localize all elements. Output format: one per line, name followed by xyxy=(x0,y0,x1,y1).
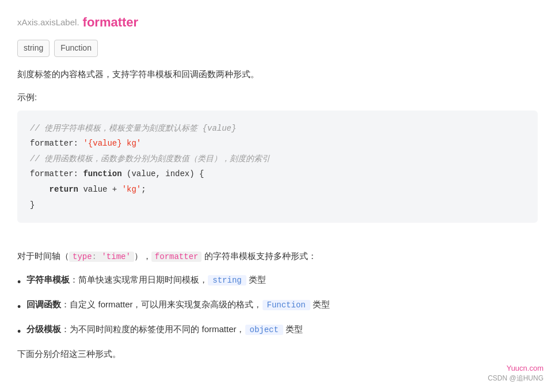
example-label: 示例: xyxy=(17,90,538,105)
list-text-2: 自定义 formatter，可以用来实现复杂高级的格式， xyxy=(70,299,262,309)
bullet-dot-2: • xyxy=(17,298,21,316)
list-label-2: 回调函数 xyxy=(26,299,61,309)
code-string-2: 'kg' xyxy=(122,185,142,194)
list-colon-2: ： xyxy=(61,299,70,309)
title-line: xAxis.axisLabel. formatter xyxy=(17,12,538,33)
list-colon-3: ： xyxy=(61,324,70,334)
title-main: formatter xyxy=(83,12,139,33)
list-item-1-content: 字符串模板：简单快速实现常用日期时间模板，string 类型 xyxy=(26,272,266,288)
list-type-1: 类型 xyxy=(246,275,266,284)
bullet-dot-3: • xyxy=(17,323,21,341)
section2-type-code: type: 'time' xyxy=(69,252,134,262)
section2-after: 的字符串模板支持多种形式： xyxy=(202,251,316,261)
code-semicolon: ; xyxy=(141,185,146,194)
list-item-2-content: 回调函数：自定义 formatter，可以用来实现复杂高级的格式，Functio… xyxy=(26,297,330,313)
code-line-5: return value + 'kg'; xyxy=(30,182,525,197)
section2-text: 对于时间轴（type: 'time'），formatter 的字符串模板支持多种… xyxy=(17,248,538,264)
badge-string-2: string xyxy=(208,275,246,286)
list-text-1: 简单快速实现常用日期时间模板， xyxy=(78,275,208,284)
list-item-tiered: • 分级模板：为不同时间粒度的标签使用不同的 formatter，object … xyxy=(17,322,538,341)
title-path: xAxis.axisLabel. xyxy=(17,15,79,30)
bullet-dot-1: • xyxy=(17,273,21,291)
code-formatter-2: formatter: xyxy=(30,169,83,178)
badge-object: object xyxy=(245,325,283,335)
code-return-val: value + xyxy=(78,185,122,194)
list-text-3: 为不同时间粒度的标签使用不同的 formatter， xyxy=(70,324,245,334)
code-keyword-return: return xyxy=(50,185,78,194)
code-line-3: // 使用函数模板，函数参数分别为刻度数值（类目），刻度的索引 xyxy=(30,151,525,167)
code-comment-2: // 使用函数模板，函数参数分别为刻度数值（类目），刻度的索引 xyxy=(30,154,270,163)
code-line-6: } xyxy=(30,197,525,213)
code-params: (value, index) { xyxy=(122,169,204,178)
code-line-1: // 使用字符串模板，模板变量为刻度默认标签 {value} xyxy=(30,121,525,136)
badges-container: string Function xyxy=(17,40,538,57)
list-type-3: 类型 xyxy=(283,324,303,334)
list-item-string-template: • 字符串模板：简单快速实现常用日期时间模板，string 类型 xyxy=(17,272,538,291)
bottom-text: 下面分别介绍这三种形式。 xyxy=(17,346,538,361)
code-line-2: formatter: '{value} kg' xyxy=(30,136,525,151)
badge-function-2: Function xyxy=(263,300,310,310)
code-indent-1 xyxy=(30,185,50,194)
divider-space xyxy=(17,234,538,248)
code-formatter-1: formatter: xyxy=(30,139,83,148)
description-text: 刻度标签的内容格式器，支持字符串模板和回调函数两种形式。 xyxy=(17,66,538,82)
section2-formatter-code: formatter xyxy=(151,252,202,262)
code-string-1: '{value} kg' xyxy=(83,139,141,148)
list-type-2: 类型 xyxy=(310,299,330,309)
bullet-list: • 字符串模板：简单快速实现常用日期时间模板，string 类型 • 回调函数：… xyxy=(17,272,538,340)
list-label-3: 分级模板 xyxy=(26,324,61,334)
section2-middle: ）， xyxy=(134,251,151,261)
code-comment-1: // 使用字符串模板，模板变量为刻度默认标签 {value} xyxy=(30,124,236,133)
badge-function: Function xyxy=(54,40,98,57)
list-item-3-content: 分级模板：为不同时间粒度的标签使用不同的 formatter，object 类型 xyxy=(26,322,303,337)
code-close-brace: } xyxy=(30,200,35,210)
code-line-4: formatter: function (value, index) { xyxy=(30,166,525,182)
list-item-callback: • 回调函数：自定义 formatter，可以用来实现复杂高级的格式，Funct… xyxy=(17,297,538,316)
watermark: Yuucn.com xyxy=(507,362,543,373)
badge-string: string xyxy=(17,40,50,57)
code-block: // 使用字符串模板，模板变量为刻度默认标签 {value} formatter… xyxy=(17,111,538,223)
list-label-1: 字符串模板 xyxy=(26,275,70,284)
code-keyword-function: function xyxy=(83,169,121,178)
watermark-sub: CSDN @追HUNG xyxy=(488,372,543,374)
section2-before: 对于时间轴（ xyxy=(17,251,69,261)
list-colon-1: ： xyxy=(70,275,78,284)
